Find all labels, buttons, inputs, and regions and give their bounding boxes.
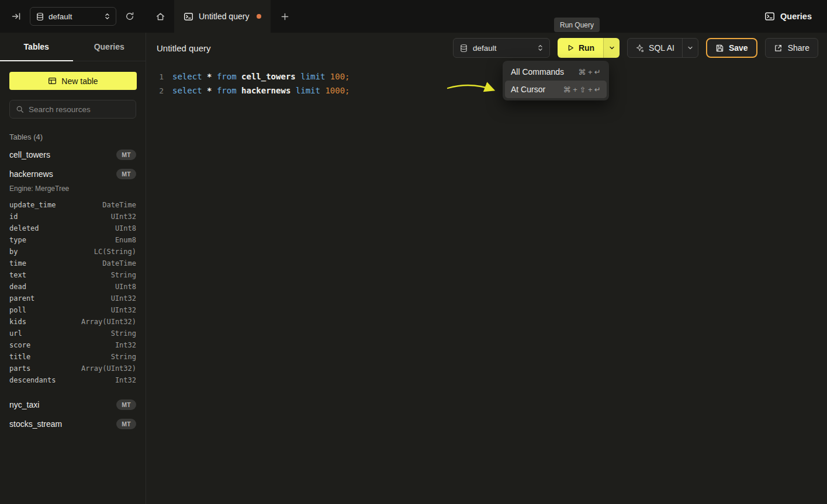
column-row[interactable]: update_timeDateTime <box>9 199 136 211</box>
table-row-stocks-stream[interactable]: stocks_stream MT <box>9 414 136 433</box>
column-name: dead <box>9 283 26 291</box>
unsaved-changes-dot <box>257 14 261 19</box>
table-name: nyc_taxi <box>9 400 39 409</box>
menu-item-all-commands[interactable]: All Commands⌘ + ↵ <box>505 63 607 81</box>
save-icon <box>715 44 724 53</box>
line-number: 2 <box>157 86 164 95</box>
save-button[interactable]: Save <box>706 38 757 58</box>
code-line[interactable]: 2select * from hackernews limit 1000; <box>157 84 827 98</box>
updown-chevron-icon <box>537 44 544 52</box>
updown-chevron-icon <box>104 12 110 20</box>
hackernews-details: Engine: MergeTree update_timeDateTimeidU… <box>9 185 136 386</box>
column-row[interactable]: typeEnum8 <box>9 234 136 246</box>
column-row[interactable]: textString <box>9 269 136 281</box>
column-type: UInt32 <box>111 294 136 303</box>
header-database-value: default <box>473 44 532 53</box>
run-button-label: Run <box>579 43 594 53</box>
table-row-hackernews[interactable]: hackernews MT <box>9 164 136 183</box>
run-button[interactable]: Run <box>558 38 604 58</box>
search-input[interactable] <box>29 105 130 114</box>
topbar-database-selector[interactable]: default <box>30 7 116 26</box>
column-row[interactable]: byLC(String) <box>9 246 136 258</box>
column-type: Int32 <box>115 341 136 349</box>
chevron-down-icon <box>608 44 615 51</box>
sql-ai-label: SQL AI <box>649 43 674 53</box>
column-row[interactable]: timeDateTime <box>9 258 136 269</box>
new-table-button[interactable]: New table <box>9 72 137 90</box>
new-tab-button[interactable] <box>271 0 299 33</box>
search-icon <box>16 105 24 113</box>
column-type: DateTime <box>102 259 136 267</box>
column-name: text <box>9 271 26 279</box>
home-tab-button[interactable] <box>146 0 174 33</box>
app-window: default Untitled query <box>0 0 827 504</box>
queries-button[interactable]: Queries <box>764 11 812 22</box>
menu-item-at-cursor[interactable]: At Cursor⌘ + ⇧ + ↵ <box>505 81 607 98</box>
column-name: type <box>9 236 26 244</box>
tab-untitled-query[interactable]: Untitled query <box>174 0 271 33</box>
sidebar-tab-tables[interactable]: Tables <box>0 33 73 61</box>
column-name: parts <box>9 364 30 373</box>
run-options-menu: All Commands⌘ + ↵At Cursor⌘ + ⇧ + ↵ <box>503 61 609 100</box>
menu-item-shortcut: ⌘ + ⇧ + ↵ <box>563 85 601 94</box>
play-icon <box>566 44 575 52</box>
query-header: Untitled query default <box>146 33 827 63</box>
table-row-cell-towers[interactable]: cell_towers MT <box>9 145 136 164</box>
run-options-button[interactable] <box>604 38 620 58</box>
column-row[interactable]: idUInt32 <box>9 211 136 223</box>
hackernews-columns: update_timeDateTimeidUInt32deletedUInt8t… <box>9 199 136 386</box>
sql-ai-options-button[interactable] <box>683 39 698 57</box>
new-table-label: New table <box>61 77 98 86</box>
tab-label: Untitled query <box>199 12 249 21</box>
chevron-down-icon <box>687 44 694 51</box>
column-type: Array(UInt32) <box>81 364 136 373</box>
menu-item-label: At Cursor <box>511 85 545 94</box>
column-row[interactable]: scoreInt32 <box>9 339 136 351</box>
plus-icon <box>281 12 289 21</box>
table-name: hackernews <box>9 169 53 179</box>
column-type: Array(UInt32) <box>81 318 136 326</box>
query-title: Untitled query <box>157 43 211 53</box>
main-panel: Untitled query default <box>146 33 827 504</box>
sidebar-tab-tables-label: Tables <box>24 42 49 51</box>
column-name: title <box>9 353 30 361</box>
column-row[interactable]: titleString <box>9 351 136 363</box>
run-query-tooltip: Run Query <box>554 18 600 32</box>
column-row[interactable]: deadUInt8 <box>9 281 136 293</box>
share-button[interactable]: Share <box>765 38 818 58</box>
line-number: 1 <box>157 72 164 81</box>
sql-editor[interactable]: 1select * from cell_towers limit 100;2se… <box>146 63 827 98</box>
column-row[interactable]: descendantsInt32 <box>9 374 136 386</box>
sidebar: Tables Queries New table Tables (4) cell… <box>0 33 146 504</box>
header-database-selector[interactable]: default <box>453 38 550 58</box>
column-row[interactable]: urlString <box>9 328 136 339</box>
home-icon <box>155 12 165 22</box>
column-name: time <box>9 259 26 267</box>
table-row-nyc-taxi[interactable]: nyc_taxi MT <box>9 395 136 414</box>
column-row[interactable]: kidsArray(UInt32) <box>9 316 136 328</box>
sql-ai-button[interactable]: SQL AI <box>628 39 683 57</box>
engine-badge: MT <box>116 399 136 410</box>
column-row[interactable]: partsArray(UInt32) <box>9 363 136 374</box>
topbar-left: default <box>0 0 146 33</box>
sidebar-tabs: Tables Queries <box>0 33 146 61</box>
topbar: default Untitled query <box>0 0 827 33</box>
column-type: LC(String) <box>94 248 136 256</box>
sidebar-tab-queries[interactable]: Queries <box>73 33 146 61</box>
collapse-sidebar-button[interactable] <box>8 8 25 25</box>
column-type: UInt8 <box>115 224 136 232</box>
sidebar-tab-queries-label: Queries <box>94 42 124 51</box>
column-type: String <box>111 271 136 279</box>
column-row[interactable]: deletedUInt8 <box>9 223 136 234</box>
sparkle-icon <box>635 44 644 53</box>
database-icon <box>36 12 44 21</box>
menu-item-shortcut: ⌘ + ↵ <box>578 68 601 77</box>
code-line[interactable]: 1select * from cell_towers limit 100; <box>157 69 827 84</box>
table-name: cell_towers <box>9 150 50 159</box>
column-type: UInt32 <box>111 213 136 221</box>
refresh-button[interactable] <box>122 8 138 25</box>
column-name: update_time <box>9 201 56 209</box>
column-row[interactable]: parentUInt32 <box>9 293 136 304</box>
column-name: parent <box>9 294 34 303</box>
column-row[interactable]: pollUInt32 <box>9 304 136 316</box>
